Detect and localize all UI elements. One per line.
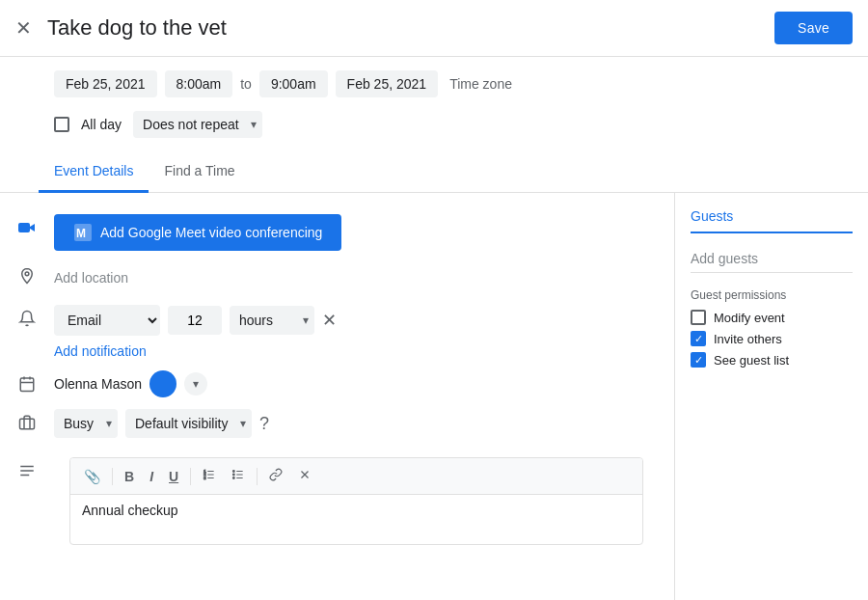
owner-content: Olenna Mason ▾	[54, 370, 659, 397]
event-form: M Add Google Meet video conferencing	[0, 193, 675, 600]
status-select-wrapper: Busy ▾	[54, 409, 118, 438]
description-content: 📎 B I U 1 2	[54, 450, 659, 553]
svg-rect-4	[20, 378, 34, 392]
svg-text:3: 3	[203, 476, 206, 480]
tab-find-a-time[interactable]: Find a Time	[149, 151, 250, 193]
event-title-input[interactable]	[47, 15, 774, 41]
close-icon[interactable]: ✕	[15, 18, 32, 38]
svg-point-21	[233, 471, 235, 473]
to-label: to	[240, 76, 252, 92]
help-icon[interactable]: ?	[259, 414, 269, 434]
allday-checkbox[interactable]	[54, 117, 69, 132]
guests-title: Guests	[691, 208, 853, 233]
notification-content: EmailNotification minuteshoursdaysweeks …	[54, 305, 659, 359]
permission-invite-others: Invite others	[691, 331, 853, 346]
underline-button[interactable]: U	[163, 465, 184, 488]
notification-unit-select[interactable]: minuteshoursdaysweeks	[230, 306, 314, 335]
owner-dropdown-button[interactable]: ▾	[184, 372, 207, 395]
meet-logo-icon: M	[73, 223, 93, 242]
unordered-list-button[interactable]	[226, 464, 251, 488]
remove-format-button[interactable]	[292, 464, 317, 488]
svg-rect-8	[20, 419, 35, 429]
status-visibility-content: Busy ▾ Default visibility ▾ ?	[54, 409, 659, 438]
svg-text:M: M	[76, 227, 86, 240]
notification-unit-wrapper: minuteshoursdaysweeks ▾	[230, 306, 314, 335]
notification-type-select[interactable]: EmailNotification	[54, 305, 160, 336]
repeat-wrapper: Does not repeatEvery dayEvery weekEvery …	[133, 111, 262, 138]
google-meet-row: M Add Google Meet video conferencing	[0, 208, 674, 257]
save-button[interactable]: Save	[774, 12, 853, 44]
main-layout: M Add Google Meet video conferencing	[0, 193, 868, 600]
svg-point-22	[233, 474, 235, 476]
notification-row: EmailNotification minuteshoursdaysweeks …	[0, 299, 674, 365]
bold-button[interactable]: B	[119, 465, 140, 488]
description-lines-icon	[15, 459, 39, 482]
guest-permissions-label: Guest permissions	[691, 288, 853, 302]
see-guest-list-label: See guest list	[714, 353, 789, 368]
start-date-chip[interactable]: Feb 25, 2021	[54, 70, 157, 97]
owner-avatar	[149, 370, 176, 397]
tabs-row: Event Details Find a Time	[0, 151, 868, 193]
svg-rect-0	[18, 223, 30, 232]
location-content	[54, 262, 659, 293]
ordered-list-button[interactable]: 1 2 3	[197, 464, 222, 488]
bell-icon	[15, 307, 39, 330]
start-time-chip[interactable]: 8:00am	[165, 70, 233, 97]
see-guest-list-checkbox[interactable]	[691, 352, 706, 368]
add-google-meet-button[interactable]: M Add Google Meet video conferencing	[54, 214, 341, 251]
end-time-chip[interactable]: 9:00am	[259, 70, 328, 97]
date-time-row: Feb 25, 2021 8:00am to 9:00am Feb 25, 20…	[0, 57, 868, 111]
notification-controls: EmailNotification minuteshoursdaysweeks …	[54, 305, 659, 336]
visibility-select-wrapper: Default visibility ▾	[125, 409, 252, 438]
video-icon	[15, 216, 39, 239]
remove-notification-button[interactable]: ✕	[322, 312, 337, 329]
description-section: 📎 B I U 1 2	[69, 457, 643, 545]
modify-event-checkbox[interactable]	[691, 310, 706, 325]
allday-label: All day	[81, 117, 122, 132]
description-textarea[interactable]: Annual checkup	[70, 495, 642, 541]
calendar-owner-controls: Olenna Mason ▾	[54, 370, 659, 397]
permission-modify-event: Modify event	[691, 310, 853, 325]
invite-others-label: Invite others	[714, 332, 782, 346]
permission-see-guest-list: See guest list	[691, 352, 853, 368]
status-visibility-controls: Busy ▾ Default visibility ▾ ?	[54, 409, 659, 438]
allday-repeat-row: All day Does not repeatEvery dayEvery we…	[0, 111, 868, 151]
attach-button[interactable]: 📎	[78, 465, 106, 488]
italic-button[interactable]: I	[144, 465, 159, 488]
invite-others-checkbox[interactable]	[691, 331, 706, 346]
svg-point-3	[25, 272, 29, 276]
location-pin-icon	[15, 264, 39, 287]
calendar-owner-row: Olenna Mason ▾	[0, 365, 674, 403]
toolbar-separator-1	[112, 468, 113, 485]
status-select[interactable]: Busy	[54, 409, 118, 438]
briefcase-icon	[15, 411, 39, 434]
link-button[interactable]	[263, 464, 288, 488]
add-notification-link[interactable]: Add notification	[54, 336, 659, 359]
modify-event-label: Modify event	[714, 311, 785, 325]
top-bar: ✕ Save	[0, 0, 868, 57]
description-row: 📎 B I U 1 2	[0, 444, 674, 559]
google-meet-label: Add Google Meet video conferencing	[100, 225, 322, 240]
repeat-select[interactable]: Does not repeatEvery dayEvery weekEvery …	[133, 111, 262, 138]
description-toolbar: 📎 B I U 1 2	[70, 458, 642, 495]
toolbar-separator-3	[257, 468, 258, 485]
google-meet-content: M Add Google Meet video conferencing	[54, 214, 659, 251]
owner-name-label: Olenna Mason	[54, 376, 142, 392]
toolbar-separator-2	[190, 468, 191, 485]
sidebar: Guests Guest permissions Modify event In…	[675, 193, 868, 600]
calendar-icon	[15, 372, 39, 395]
notification-minutes-input[interactable]	[168, 306, 222, 335]
tab-event-details[interactable]: Event Details	[39, 151, 149, 193]
timezone-link[interactable]: Time zone	[449, 76, 512, 92]
location-row	[0, 257, 674, 299]
svg-point-23	[233, 477, 235, 479]
add-guests-input[interactable]	[691, 245, 853, 273]
status-visibility-row: Busy ▾ Default visibility ▾ ?	[0, 403, 674, 444]
end-date-chip[interactable]: Feb 25, 2021	[336, 70, 439, 97]
location-input[interactable]	[54, 262, 659, 293]
visibility-select[interactable]: Default visibility	[125, 409, 252, 438]
